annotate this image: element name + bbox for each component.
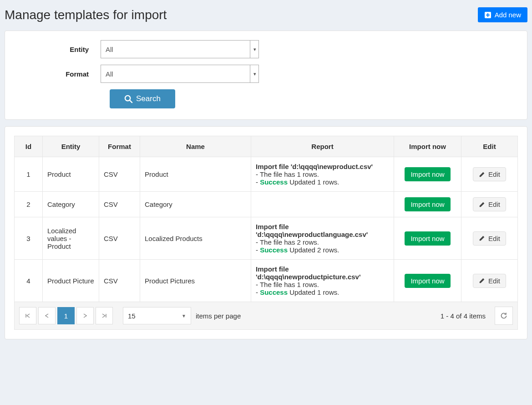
- first-page-icon: [25, 313, 30, 318]
- report-line: - Success Updated 2 rows.: [256, 246, 389, 254]
- cell-import-now: Import now: [394, 217, 461, 260]
- cell-id: 3: [15, 217, 43, 260]
- col-header-name[interactable]: Name: [140, 136, 251, 157]
- report-title: Import file 'd:\qqqq\newproductlanguage.…: [256, 223, 389, 238]
- entity-select[interactable]: All: [101, 40, 259, 58]
- pager-next-button[interactable]: [76, 307, 94, 324]
- cell-import-now: Import now: [394, 192, 461, 217]
- edit-label: Edit: [488, 235, 500, 242]
- edit-label: Edit: [488, 200, 500, 208]
- table-row: 3Localized values - ProductCSVLocalized …: [15, 217, 518, 260]
- cell-report: [251, 192, 394, 217]
- cell-format: CSV: [99, 157, 140, 192]
- report-line: - Success Updated 1 rows.: [256, 288, 389, 296]
- import-now-button[interactable]: Import now: [405, 231, 450, 246]
- refresh-button[interactable]: [495, 307, 513, 325]
- cell-id: 4: [15, 260, 43, 302]
- cell-name: Product Pictures: [140, 260, 251, 302]
- cell-entity: Category: [43, 192, 99, 217]
- cell-format: CSV: [99, 192, 140, 217]
- col-header-entity[interactable]: Entity: [43, 136, 99, 157]
- cell-entity: Product: [43, 157, 99, 192]
- svg-rect-2: [486, 15, 490, 15]
- edit-button[interactable]: Edit: [473, 231, 506, 246]
- success-label: Success: [260, 288, 288, 296]
- success-label: Success: [260, 178, 288, 186]
- cell-edit: Edit: [461, 217, 518, 260]
- add-new-button[interactable]: Add new: [478, 7, 527, 22]
- col-header-id[interactable]: Id: [15, 136, 43, 157]
- page-size-value: 15: [128, 312, 136, 320]
- svg-line-4: [130, 100, 132, 103]
- pager-last-button[interactable]: [96, 307, 113, 324]
- import-now-button[interactable]: Import now: [405, 197, 450, 211]
- entity-label: Entity: [14, 46, 101, 53]
- pencil-icon: [479, 171, 485, 178]
- pager: 1 15 ▼ items per page: [14, 302, 518, 330]
- page-size-select[interactable]: 15 ▼: [123, 307, 191, 324]
- templates-table: Id Entity Format Name Report Import now …: [14, 136, 518, 302]
- pager-prev-button[interactable]: [38, 307, 56, 324]
- table-row: 2CategoryCSVCategoryImport nowEdit: [15, 192, 518, 217]
- pager-summary: 1 - 4 of 4 items: [441, 312, 486, 320]
- chevron-down-icon: ▼: [182, 313, 186, 318]
- cell-report: Import file 'd:\qqqq\newproduct.csv'- Th…: [251, 157, 394, 192]
- col-header-format[interactable]: Format: [99, 136, 140, 157]
- col-header-report[interactable]: Report: [251, 136, 394, 157]
- import-now-button[interactable]: Import now: [405, 167, 450, 181]
- plus-square-icon: [484, 11, 491, 19]
- cell-edit: Edit: [461, 260, 518, 302]
- report-line: - The file has 1 rows.: [256, 170, 389, 178]
- cell-id: 2: [15, 192, 43, 217]
- cell-import-now: Import now: [394, 157, 461, 192]
- refresh-icon: [500, 312, 507, 319]
- report-title: Import file 'd:\qqqq\newproduct.csv': [256, 163, 389, 170]
- pencil-icon: [479, 235, 485, 241]
- cell-format: CSV: [99, 260, 140, 302]
- cell-format: CSV: [99, 217, 140, 260]
- cell-name: Localized Products: [140, 217, 251, 260]
- format-select[interactable]: All: [101, 65, 259, 83]
- prev-page-icon: [45, 313, 49, 318]
- report-title: Import file 'd:\qqqq\newproductpicture.c…: [256, 265, 389, 281]
- cell-name: Product: [140, 157, 251, 192]
- report-line: - The file has 2 rows.: [256, 238, 389, 246]
- edit-label: Edit: [488, 170, 500, 178]
- edit-button[interactable]: Edit: [473, 197, 506, 211]
- search-button[interactable]: Search: [110, 89, 175, 108]
- page-title: Manage templates for import: [5, 8, 167, 22]
- table-row: 4Product PictureCSVProduct PicturesImpor…: [15, 260, 518, 302]
- cell-report: Import file 'd:\qqqq\newproductpicture.c…: [251, 260, 394, 302]
- format-label: Format: [14, 70, 101, 78]
- success-label: Success: [260, 246, 288, 254]
- table-row: 1ProductCSVProductImport file 'd:\qqqq\n…: [15, 157, 518, 192]
- edit-button[interactable]: Edit: [473, 274, 506, 288]
- col-header-edit: Edit: [461, 136, 518, 157]
- items-per-page-label: items per page: [196, 312, 241, 320]
- search-panel: Entity All ▾ Format All ▾ Search: [5, 31, 527, 120]
- edit-label: Edit: [488, 277, 500, 285]
- next-page-icon: [83, 313, 87, 318]
- pager-page-current[interactable]: 1: [57, 307, 75, 324]
- table-header-row: Id Entity Format Name Report Import now …: [15, 136, 518, 157]
- import-now-button[interactable]: Import now: [405, 274, 450, 288]
- pencil-icon: [479, 277, 485, 284]
- edit-button[interactable]: Edit: [473, 167, 506, 181]
- cell-name: Category: [140, 192, 251, 217]
- cell-entity: Product Picture: [43, 260, 99, 302]
- cell-edit: Edit: [461, 157, 518, 192]
- search-icon: [124, 95, 133, 103]
- grid-panel: Id Entity Format Name Report Import now …: [5, 126, 527, 339]
- cell-id: 1: [15, 157, 43, 192]
- pencil-icon: [479, 201, 485, 208]
- add-new-label: Add new: [495, 11, 521, 19]
- report-line: - Success Updated 1 rows.: [256, 178, 389, 186]
- last-page-icon: [102, 313, 106, 318]
- cell-import-now: Import now: [394, 260, 461, 302]
- report-line: - The file has 1 rows.: [256, 281, 389, 288]
- cell-report: Import file 'd:\qqqq\newproductlanguage.…: [251, 217, 394, 260]
- search-label: Search: [136, 94, 161, 103]
- col-header-import-now: Import now: [394, 136, 461, 157]
- pager-first-button[interactable]: [19, 307, 36, 324]
- cell-entity: Localized values - Product: [43, 217, 99, 260]
